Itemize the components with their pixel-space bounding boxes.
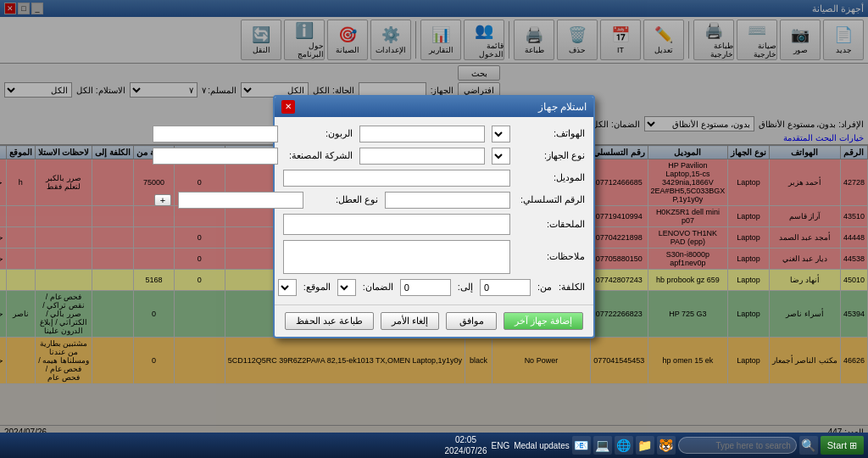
device-type-label: نوع الجهاز: [517, 150, 585, 161]
clock-time: 02:05 [444, 434, 487, 445]
model-label: الموديل: [517, 172, 585, 183]
modal-footer: إضافة جهاز آخر موافق إلغاء الأمر طباعة ع… [275, 304, 593, 337]
clock-date: 2024/07/26 [444, 445, 487, 456]
modal-body: الهواتف: الربون: نوع الجهاز: الشركة المص… [275, 117, 593, 304]
device-type-input[interactable] [359, 148, 485, 165]
taskbar-icon-3[interactable]: 🌐 [615, 436, 633, 455]
start-icon: ⊞ [849, 440, 857, 451]
modal-close-button[interactable]: ✕ [281, 100, 295, 114]
fault-type-label: نوع العطل: [310, 194, 378, 205]
taskbar-icon-4[interactable]: 💻 [593, 436, 612, 455]
serial-input[interactable] [385, 192, 510, 209]
location-select[interactable] [278, 279, 297, 296]
taskbar-icon-2[interactable]: 📁 [636, 436, 654, 455]
taskbar-icon-5[interactable]: 📧 [572, 436, 591, 455]
model-input[interactable] [283, 170, 510, 187]
taskbar: ⊞ Start 🔍 🐯 📁 🌐 💻 📧 Medal updates ENG 02… [0, 433, 868, 458]
taskbar-right: Medal updates ENG 02:05 2024/07/26 [444, 434, 569, 456]
notes-textarea[interactable] [283, 240, 510, 274]
manufacturer-input[interactable] [153, 148, 278, 165]
serial-label: الرقم التسلسلي: [517, 194, 585, 205]
ribbon-label: الربون: [285, 128, 353, 139]
modal-overlay[interactable]: استلام جهاز ✕ الهواتف: الربون: نوع الجها… [0, 0, 868, 433]
modal-title-bar: استلام جهاز ✕ [275, 97, 593, 117]
cost-label: الكلفة: [559, 282, 585, 293]
phones-dropdown[interactable] [492, 126, 510, 142]
modal-cost-row: الكلفة: من: إلى: الضمان: الموقع: [283, 279, 585, 296]
modal-row-serial: الرقم التسلسلي: نوع العطل: + [283, 192, 585, 209]
ok-button[interactable]: موافق [446, 312, 497, 330]
modal-row-model: الموديل: [283, 170, 585, 187]
start-label: Start [827, 440, 847, 450]
fault-type-input[interactable] [178, 192, 303, 209]
taskbar-icon-1[interactable]: 🐯 [657, 436, 676, 455]
phones-input[interactable] [359, 126, 485, 142]
fault-add-button[interactable]: + [154, 194, 171, 206]
modal-row-notes: ملاحظات: [283, 240, 585, 274]
cost-to-input[interactable] [400, 279, 451, 296]
print-save-button[interactable]: طباعة عبد الحفظ [285, 312, 374, 330]
start-button[interactable]: ⊞ Start [821, 436, 864, 455]
ribbon-input[interactable] [153, 126, 278, 142]
accessories-textarea[interactable] [283, 214, 510, 235]
add-device-button[interactable]: إضافة جهاز آخر [504, 312, 583, 330]
modal-row-device: نوع الجهاز: الشركة المصنعة: [283, 148, 585, 165]
manufacturer-label: الشركة المصنعة: [285, 150, 353, 161]
taskbar-search-input[interactable] [678, 437, 797, 454]
from-label: من: [537, 282, 552, 293]
modal-title: استلام جهاز [538, 101, 587, 113]
cancel-button[interactable]: إلغاء الأمر [381, 312, 439, 330]
phones-label: الهواتف: [517, 128, 585, 139]
taskbar-search-icon: 🔍 [799, 436, 818, 455]
taskbar-clock: 02:05 2024/07/26 [444, 434, 487, 456]
accessories-label: الملحقات: [517, 219, 585, 230]
location-label: الموقع: [303, 282, 331, 293]
warranty2-select[interactable] [337, 279, 356, 296]
system-label: Medal updates [514, 441, 570, 450]
to-label: إلى: [458, 282, 473, 293]
modal-row-accessories: الملحقات: [283, 214, 585, 235]
notes-label: ملاحظات: [517, 251, 585, 262]
device-type-dropdown[interactable] [492, 148, 510, 165]
language-label: ENG [491, 441, 509, 450]
app-window: أجهزة الصيانة _ □ ✕ 📄 جديد 📷 صور ⌨️ صيان… [0, 0, 868, 433]
modal-dialog: استلام جهاز ✕ الهواتف: الربون: نوع الجها… [273, 95, 595, 338]
warranty2-label: الضمان: [363, 282, 393, 293]
modal-row-phones: الهواتف: الربون: [283, 126, 585, 142]
cost-from-input[interactable] [480, 279, 531, 296]
